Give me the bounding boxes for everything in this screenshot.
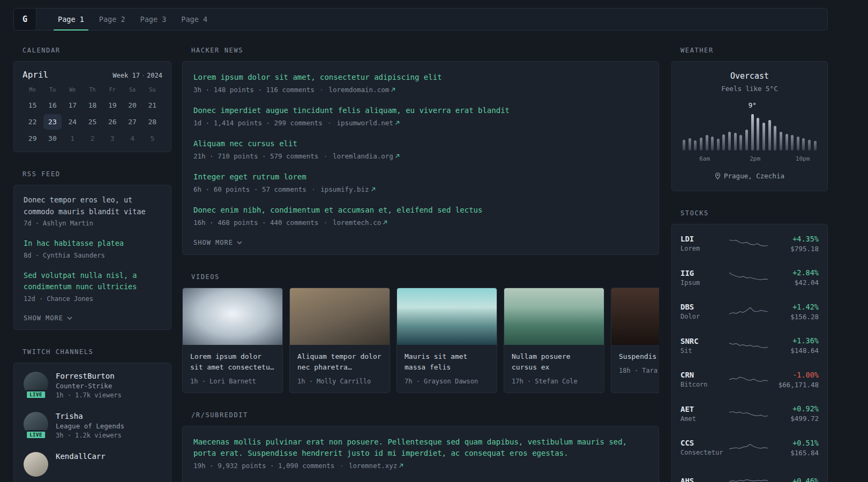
weather-time-label: 2pm	[750, 155, 760, 162]
page-tab[interactable]: Page 2	[92, 9, 133, 30]
twitch-avatar-wrap: LIVE	[24, 372, 48, 396]
video-card[interactable]: Lorem ipsum dolor sit amet consectetu… 1…	[182, 288, 283, 393]
twitch-channel-info: Trisha League of Legends 3h · 1.2k viewe…	[56, 412, 124, 439]
stock-price: $66,171.48	[772, 381, 819, 389]
video-thumbnail	[183, 288, 282, 345]
video-thumbnail	[290, 288, 390, 345]
rss-item-title[interactable]: Donec tempor eros leo, ut commodo mauris…	[24, 194, 161, 217]
hackernews-item: Integer eget rutrum lorem 6h · 60 points…	[193, 171, 648, 193]
calendar-day: 16	[43, 97, 62, 113]
page-tab-label: Page 3	[140, 15, 167, 24]
stock-sparkline	[725, 305, 772, 319]
page-tab[interactable]: Page 3	[133, 9, 174, 30]
stock-change: +0.92%	[772, 404, 819, 413]
stock-values: +0.92% $499.72	[772, 404, 819, 423]
stock-row[interactable]: AHS +0.46%	[680, 465, 819, 482]
separator-dot: ·	[319, 219, 332, 227]
hackernews-item-domain[interactable]: loremtech.co	[333, 219, 387, 227]
hackernews-item-meta: 16h · 468 points · 440 comments · loremt…	[193, 219, 648, 227]
stock-values: +4.35% $795.18	[772, 235, 819, 253]
weather-time-label: 10pm	[796, 155, 810, 162]
twitch-channel[interactable]: KendallCarr	[24, 452, 161, 477]
video-card-body: Lorem ipsum dolor sit amet consectetu… 1…	[183, 345, 282, 393]
hackernews-item: Donec enim nibh, condimentum et accumsan…	[193, 205, 648, 227]
video-thumbnail	[397, 288, 497, 345]
subreddit-item-stats: 19h · 9,932 points · 1,090 comments	[193, 462, 334, 470]
hackernews-items: Lorem ipsum dolor sit amet, consectetur …	[193, 72, 648, 227]
stock-values: +1.36% $148.64	[772, 336, 819, 355]
calendar-year: 2024	[147, 72, 162, 79]
hackernews-item-domain[interactable]: ipsumify.biz	[320, 185, 375, 193]
twitch-channel[interactable]: LIVE Trisha League of Legends 3h · 1.2k …	[24, 412, 161, 439]
twitch-channel[interactable]: LIVE ForrestBurton Counter-Strike 1h · 1…	[24, 372, 161, 399]
stock-name: Ipsum	[680, 279, 725, 287]
page-tab[interactable]: Page 4	[174, 9, 215, 30]
stock-price: $156.28	[772, 313, 819, 321]
hackernews-item-meta: 1d · 1,414 points · 299 comments · ipsum…	[193, 119, 648, 127]
twitch-channel-game: League of Legends	[56, 422, 124, 430]
stock-row[interactable]: CCS Consectetur +0.51% $165.84	[680, 431, 819, 465]
external-link-icon	[395, 152, 400, 160]
stock-identity: IIG Ipsum	[680, 269, 725, 287]
calendar-day: 18	[83, 97, 101, 113]
stock-row[interactable]: SNRC Sit +1.36% $148.64	[680, 329, 819, 363]
stock-name: Sit	[680, 347, 725, 355]
subreddit-item-domain[interactable]: loremnet.xyz	[349, 462, 403, 470]
rss-show-more-button[interactable]: SHOW MORE	[24, 314, 72, 322]
hackernews-item-title[interactable]: Lorem ipsum dolor sit amet, consectetur …	[193, 72, 648, 83]
stock-name: Lorem	[680, 245, 725, 252]
hackernews-item-title[interactable]: Integer eget rutrum lorem	[193, 171, 648, 183]
video-card[interactable]: Mauris sit amet massa felis 7h · Grayson…	[396, 288, 497, 393]
video-card[interactable]: Suspendis diam 18h · Tara	[611, 288, 659, 393]
location-pin-icon	[715, 172, 721, 179]
calendar-day: 17	[63, 97, 81, 113]
hackernews-item-domain[interactable]: loremdomain.com	[328, 86, 395, 94]
app-logo[interactable]: G	[14, 9, 36, 30]
video-meta: 1h · Lori Barnett	[190, 378, 275, 385]
stock-row[interactable]: LDI Lorem +4.35% $795.18	[680, 227, 819, 261]
video-card[interactable]: Nullam posuere cursus ex 17h · Stefan Co…	[504, 288, 604, 393]
video-meta: 7h · Grayson Dawson	[405, 378, 489, 385]
weather-condition: Overcast	[682, 71, 818, 81]
live-badge: LIVE	[25, 390, 47, 400]
hackernews-item-domain[interactable]: loremlandia.org	[333, 152, 400, 160]
stock-symbol: SNRC	[680, 337, 725, 345]
stock-row[interactable]: IIG Ipsum +2.84% $42.04	[680, 261, 819, 295]
domain-label: loremdomain.com	[328, 86, 389, 94]
twitch-channel-meta: 1h · 1.7k viewers	[56, 391, 122, 399]
calendar-day-header: Fr	[102, 87, 122, 93]
stock-symbol: AHS	[680, 477, 725, 482]
stock-identity: AHS	[680, 477, 725, 482]
rss-item-title[interactable]: Sed volutpat nulla nisl, a condimentum n…	[24, 270, 161, 293]
twitch-channel-meta: 3h · 1.2k viewers	[56, 432, 124, 439]
twitch-channel-name: KendallCarr	[56, 452, 106, 461]
stock-row[interactable]: CRN Bitcorn -1.00% $66,171.48	[680, 363, 819, 397]
hackernews-item-title[interactable]: Donec imperdiet augue tincidunt felis al…	[193, 105, 648, 116]
calendar-day: 2	[83, 131, 101, 146]
stock-sparkline	[725, 338, 772, 352]
video-card-body: Suspendis diam 18h · Tara	[611, 345, 659, 382]
calendar-day-header: Sa	[122, 87, 142, 93]
page-tab-label: Page 2	[99, 15, 125, 24]
hackernews-item-title[interactable]: Aliquam nec cursus elit	[193, 138, 648, 149]
page-tab[interactable]: Page 1	[50, 9, 92, 30]
subreddit-item-title[interactable]: Maecenas mollis pulvinar erat non posuer…	[193, 436, 648, 459]
hackernews-item-domain[interactable]: ipsumworld.net	[336, 119, 399, 127]
stock-row[interactable]: AET Amet +0.92% $499.72	[680, 397, 819, 431]
stock-price: $499.72	[772, 415, 819, 423]
stock-name: Bitcorn	[680, 381, 725, 388]
stock-row[interactable]: DBS Dolor +1.42% $156.28	[680, 295, 819, 329]
rss-item-title[interactable]: In hac habitasse platea	[24, 238, 161, 250]
stocks-card: LDI Lorem +4.35% $795.18 IIG Ips	[671, 224, 828, 482]
video-thumbnail	[504, 288, 604, 345]
stocks-section-title: STOCKS	[680, 209, 828, 217]
hackernews-item-title[interactable]: Donec enim nibh, condimentum et accumsan…	[193, 205, 648, 216]
separator-dot: ·	[324, 119, 336, 127]
stock-identity: DBS Dolor	[680, 303, 725, 320]
stock-sparkline	[725, 406, 772, 420]
video-card[interactable]: Aliquam tempor dolor nec pharetra… 1h · …	[289, 288, 390, 393]
stock-sparkline	[725, 373, 772, 387]
hackernews-show-more-button[interactable]: SHOW MORE	[193, 239, 242, 246]
twitch-card: LIVE ForrestBurton Counter-Strike 1h · 1…	[13, 363, 171, 482]
weather-card: Overcast Feels like 5°C 9° 6am2pm10pm Pr…	[671, 61, 828, 191]
